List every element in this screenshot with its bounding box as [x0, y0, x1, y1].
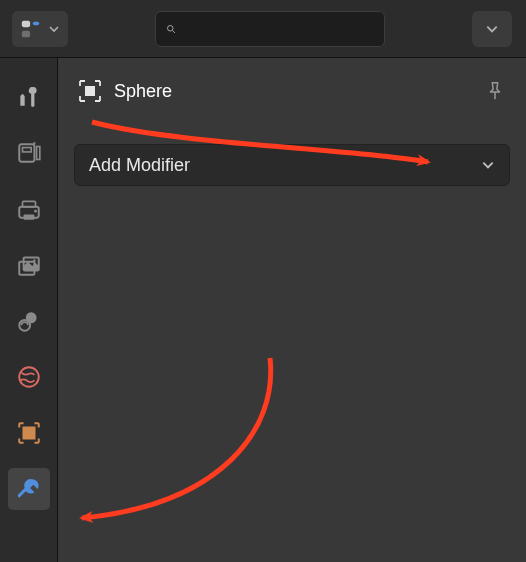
- svg-point-14: [34, 210, 37, 213]
- chevron-down-icon: [481, 158, 495, 172]
- properties-tab-rail: [0, 58, 58, 562]
- add-modifier-label: Add Modifier: [89, 155, 481, 176]
- tab-object[interactable]: [8, 412, 50, 454]
- svg-rect-20: [22, 427, 35, 440]
- svg-rect-0: [22, 20, 30, 26]
- render-icon: [16, 140, 42, 166]
- tab-scene[interactable]: [8, 300, 50, 342]
- object-icon: [16, 420, 42, 446]
- search-field[interactable]: [155, 11, 385, 47]
- tool-icon: [16, 84, 42, 110]
- tab-render[interactable]: [8, 132, 50, 174]
- svg-line-4: [173, 30, 176, 33]
- svg-point-19: [19, 367, 39, 387]
- search-icon: [166, 19, 176, 39]
- svg-rect-12: [22, 201, 35, 206]
- tab-viewlayer[interactable]: [8, 244, 50, 286]
- scene-icon: [16, 308, 42, 334]
- tab-output[interactable]: [8, 188, 50, 230]
- svg-rect-21: [85, 86, 95, 96]
- chevron-down-icon: [485, 22, 499, 36]
- viewlayer-icon: [16, 252, 42, 278]
- svg-rect-10: [36, 147, 39, 160]
- svg-rect-1: [22, 30, 30, 36]
- svg-rect-2: [33, 21, 39, 25]
- modifier-panel: Sphere Add Modifier: [58, 58, 526, 562]
- object-name: Sphere: [114, 81, 472, 102]
- tab-tool[interactable]: [8, 76, 50, 118]
- svg-point-17: [33, 259, 36, 262]
- editor-type-selector[interactable]: [12, 11, 68, 47]
- wrench-icon: [16, 476, 42, 502]
- properties-icon: [20, 18, 42, 40]
- svg-rect-5: [31, 87, 35, 92]
- chevron-down-icon: [48, 23, 60, 35]
- svg-rect-13: [23, 214, 34, 219]
- svg-rect-8: [22, 148, 31, 152]
- tab-modifier[interactable]: [8, 468, 50, 510]
- options-dropdown[interactable]: [472, 11, 512, 47]
- world-icon: [16, 364, 42, 390]
- object-header: Sphere: [74, 74, 510, 108]
- svg-point-3: [168, 25, 174, 31]
- mesh-icon: [78, 79, 102, 103]
- svg-rect-6: [32, 93, 34, 107]
- pin-icon[interactable]: [484, 80, 506, 102]
- search-input[interactable]: [184, 20, 374, 37]
- output-icon: [16, 196, 42, 222]
- header: [0, 0, 526, 58]
- add-modifier-dropdown[interactable]: Add Modifier: [74, 144, 510, 186]
- tab-world[interactable]: [8, 356, 50, 398]
